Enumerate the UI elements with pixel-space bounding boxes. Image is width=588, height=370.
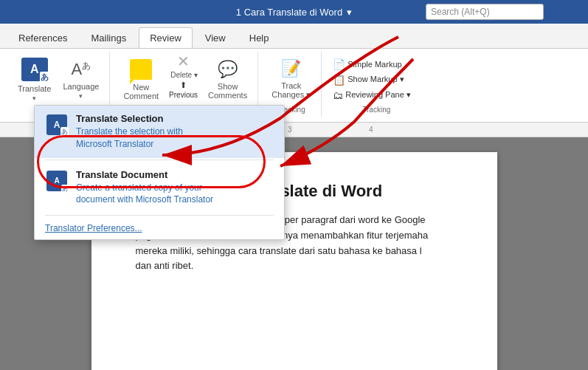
search-placeholder: Search (Alt+Q)	[431, 7, 490, 17]
new-comment-button[interactable]: NewComment	[119, 55, 163, 105]
body-line3: mereka miliki, sehingga cara translate d…	[136, 245, 422, 256]
tab-mailings[interactable]: Mailings	[80, 27, 137, 48]
title-bar: 1 Cara Translate di Word ▾ Search (Alt+Q…	[0, 0, 588, 24]
translate-buttons: A あ Translate ▾ Aあ Language ▾	[13, 55, 103, 112]
markup-group: 📄 Simple Markup 📋 Show Markup ▾ 🗂 Review…	[325, 52, 428, 117]
translate-document-desc: Create a translated copy of yourdocument…	[76, 182, 274, 207]
document-title: 1 Cara Translate di Word	[236, 7, 342, 18]
translate-icon: A あ	[21, 58, 48, 81]
show-markup-icon: 📋	[333, 74, 345, 86]
track-changes-button[interactable]: 📝 TrackChanges ▾	[267, 55, 315, 104]
show-markup-label: Show Markup ▾	[347, 75, 404, 84]
translate-selection-icon: A あ	[45, 113, 69, 137]
show-comments-label: ShowComments	[208, 82, 247, 100]
translate-selection-desc: Translate the selection withMicrosoft Tr…	[76, 126, 274, 151]
translate-document-content: Translate Document Create a translated c…	[76, 169, 274, 207]
translate-dropdown: A あ Translate Selection Translate the se…	[34, 105, 285, 240]
translate-document-title: Translate Document	[76, 169, 274, 180]
translator-preferences-link[interactable]: Translator Preferences...	[35, 217, 284, 239]
previous-button[interactable]: ⬆ Previous	[166, 78, 201, 100]
dropdown-divider	[45, 160, 274, 160]
show-comments-button[interactable]: 💬 ShowComments	[204, 55, 252, 105]
tab-view[interactable]: View	[194, 27, 237, 48]
dropdown-divider-2	[45, 215, 274, 216]
track-changes-label: TrackChanges ▾	[271, 81, 311, 100]
show-comments-icon: 💬	[218, 60, 238, 79]
tab-bar: References Mailings Review View Help	[0, 24, 588, 49]
translate-document-icon: A あ	[45, 169, 69, 193]
new-comment-icon	[130, 59, 152, 80]
translate-selection-content: Translate Selection Translate the select…	[76, 113, 274, 151]
body-line4: dan anti ribet.	[136, 260, 194, 271]
translate-selection-item[interactable]: A あ Translate Selection Translate the se…	[35, 106, 284, 158]
tab-review[interactable]: Review	[139, 27, 193, 48]
search-box[interactable]: Search (Alt+Q)	[426, 4, 544, 20]
title-bar-content: 1 Cara Translate di Word ▾	[236, 7, 352, 18]
tab-help[interactable]: Help	[238, 27, 280, 48]
markup-group-label: Tracking	[362, 104, 390, 114]
translate-label: Translate	[18, 84, 51, 93]
show-markup-button[interactable]: 📋 Show Markup ▾	[331, 73, 422, 86]
translate-document-item[interactable]: A あ Translate Document Create a translat…	[35, 162, 284, 214]
reviewing-pane-label: Reviewing Pane ▾	[345, 90, 411, 100]
reviewing-pane-icon: 🗂	[333, 89, 343, 101]
translate-selection-title: Translate Selection	[76, 113, 274, 124]
reviewing-pane-button[interactable]: 🗂 Reviewing Pane ▾	[331, 89, 422, 102]
tab-references[interactable]: References	[7, 27, 78, 48]
delete-button[interactable]: ✕Delete ▾	[166, 55, 201, 77]
new-comment-label: NewComment	[123, 83, 159, 100]
simple-markup-icon: 📄	[333, 58, 345, 70]
language-button[interactable]: Aあ Language ▾	[58, 55, 103, 105]
language-label: Language	[63, 82, 99, 91]
title-dropdown-icon[interactable]: ▾	[347, 7, 352, 18]
simple-markup-label: Simple Markup	[347, 60, 401, 69]
translate-button[interactable]: A あ Translate ▾	[13, 55, 55, 105]
simple-markup-button[interactable]: 📄 Simple Markup	[331, 58, 422, 71]
language-icon: Aあ	[72, 60, 91, 79]
track-changes-icon: 📝	[281, 59, 301, 78]
